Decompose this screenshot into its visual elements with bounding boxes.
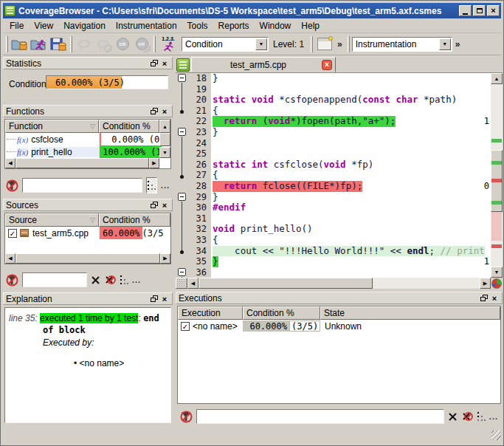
execution-row[interactable]: ✓<no name>60.000%(3/5)Unknown (178, 320, 500, 332)
menu-tools[interactable]: Tools (182, 19, 213, 32)
float-panel-button[interactable] (149, 200, 159, 210)
tab-test-arm5-cpp[interactable]: test_arm5.cpp × (191, 57, 336, 72)
toolbar-overflow-chevron[interactable]: » (337, 39, 342, 49)
close-panel-button[interactable]: × (159, 200, 170, 210)
open-coverage-file-button[interactable] (10, 35, 30, 53)
scrollbar-thumb[interactable] (15, 253, 160, 264)
open-execution-button[interactable] (30, 35, 49, 53)
functions-vscrollbar[interactable]: ▼ (159, 133, 170, 158)
execution-checkbox[interactable]: ✓ (181, 322, 190, 331)
menu-reports[interactable]: Reports (213, 19, 255, 32)
toolbar-handle[interactable] (348, 36, 350, 52)
chevron-down-icon[interactable]: ▼ (439, 38, 451, 50)
sources-filter-input[interactable] (22, 272, 87, 287)
code-area[interactable]: 18}1920static void *csfopenappend(const … (176, 73, 503, 278)
fold-marker-icon[interactable] (176, 73, 189, 84)
maximize-button[interactable] (473, 5, 486, 16)
functions-filter-input[interactable] (22, 178, 142, 193)
filter-more-button[interactable]: ... (161, 181, 170, 190)
x-icon (91, 275, 100, 285)
float-panel-button[interactable] (149, 294, 159, 303)
menu-view[interactable]: View (29, 19, 58, 32)
new-window-button[interactable] (315, 35, 334, 53)
scrollbar-thumb[interactable] (199, 278, 373, 289)
scroll-left-button[interactable]: ◀ (5, 253, 15, 264)
splitter-grip[interactable] (176, 278, 187, 289)
clear-filter-button[interactable] (91, 275, 100, 285)
coverage-level-combobox[interactable]: Condition ▼ (182, 37, 269, 52)
menu-navigation[interactable]: Navigation (58, 19, 111, 32)
scroll-right-button[interactable]: ▶ (149, 158, 159, 168)
scroll-up-button[interactable]: ▲ (159, 120, 170, 133)
toolbar-overflow-chevron[interactable]: » (455, 39, 460, 49)
function-row[interactable]: f(x)csfclose0.000% (0 (5, 133, 170, 145)
scroll-left-button[interactable]: ◀ (187, 278, 199, 289)
scrollbar-thumb[interactable] (15, 158, 149, 168)
executions-filter-input[interactable] (196, 409, 444, 424)
coverage-pie-button[interactable] (491, 278, 503, 289)
close-button[interactable]: × (487, 5, 500, 16)
toolbar-handle[interactable] (70, 36, 72, 52)
fold-marker-icon[interactable] (176, 127, 189, 138)
scroll-up-button[interactable]: ▲ (491, 73, 503, 84)
toolbar-handle[interactable] (153, 36, 156, 52)
editor-hscrollbar[interactable]: ◀ ▶ (176, 278, 503, 289)
code-line: 31 (176, 213, 491, 224)
column-header-condition[interactable]: Condition % (243, 306, 320, 320)
scroll-right-button[interactable]: ▶ (480, 278, 491, 289)
tree-view-toggle-button[interactable] (146, 177, 157, 193)
minimize-button[interactable] (459, 5, 472, 16)
runner-icon (162, 41, 174, 52)
close-panel-button[interactable]: × (159, 294, 170, 303)
clear-filter-button[interactable] (448, 412, 458, 422)
scroll-down-button[interactable]: ▼ (159, 147, 170, 158)
menu-file[interactable]: File (4, 19, 29, 32)
fold-marker-icon[interactable] (176, 192, 189, 203)
close-panel-button[interactable]: × (489, 293, 500, 303)
execution-count (473, 148, 491, 159)
functions-hscrollbar[interactable]: ◀ ▶ (5, 158, 159, 168)
scrollbar-thumb[interactable] (159, 133, 170, 146)
filter-disabled-icon[interactable] (6, 179, 18, 192)
scroll-right-button[interactable]: ▶ (160, 253, 170, 264)
mode-combobox[interactable]: Instrumentation ▼ (352, 37, 452, 52)
function-row[interactable]: f(x)print_hello100.000% (1 (5, 145, 170, 158)
scroll-down-button[interactable]: ▼ (491, 267, 503, 278)
save-coverage-button[interactable] (49, 35, 68, 53)
menu-window[interactable]: Window (255, 19, 297, 32)
column-header-execution[interactable]: Execution (178, 306, 243, 320)
filter-disabled-icon[interactable] (180, 411, 193, 423)
tab-close-button[interactable]: × (322, 60, 332, 70)
toolbar-handle[interactable] (311, 36, 313, 52)
source-row[interactable]: ✓test_arm5.cpp60.000% (3/5 (5, 227, 170, 239)
float-panel-button[interactable] (149, 58, 159, 68)
source-checkbox[interactable]: ✓ (8, 229, 17, 238)
menu-help[interactable]: Help (296, 19, 325, 32)
resize-grip[interactable] (491, 430, 501, 440)
column-header-source[interactable]: Source▽ (5, 213, 99, 227)
column-header-state[interactable]: State (320, 306, 500, 320)
editor-vscrollbar[interactable]: ▲ ▼ (491, 73, 503, 278)
tree-view-toggle-button[interactable] (477, 412, 486, 421)
filter-more-button[interactable]: ... (489, 412, 498, 421)
menu-instrumentation[interactable]: Instrumentation (111, 19, 182, 32)
column-header-condition[interactable]: Condition % (99, 120, 159, 133)
close-panel-button[interactable]: × (159, 58, 170, 68)
chevron-down-icon[interactable]: ▼ (255, 38, 267, 50)
fold-marker-icon[interactable] (176, 267, 189, 278)
clear-filter-disabled-button[interactable] (461, 411, 473, 422)
toolbar-handle[interactable] (6, 36, 8, 52)
float-panel-button[interactable] (149, 106, 159, 116)
column-header-condition[interactable]: Condition % (99, 213, 170, 227)
execution-count (473, 159, 491, 171)
scroll-left-button[interactable]: ◀ (5, 158, 15, 168)
float-panel-button[interactable] (479, 293, 489, 303)
filter-more-button[interactable]: ... (132, 275, 141, 284)
clear-filter-disabled-button[interactable] (104, 274, 116, 286)
filter-disabled-icon[interactable] (6, 274, 18, 287)
column-header-function[interactable]: Function▽ (5, 120, 99, 133)
sources-hscrollbar[interactable]: ◀ ▶ (5, 253, 170, 264)
tree-view-toggle-button[interactable] (120, 275, 128, 284)
source-list-icon[interactable] (176, 58, 190, 72)
close-panel-button[interactable]: × (159, 106, 170, 116)
